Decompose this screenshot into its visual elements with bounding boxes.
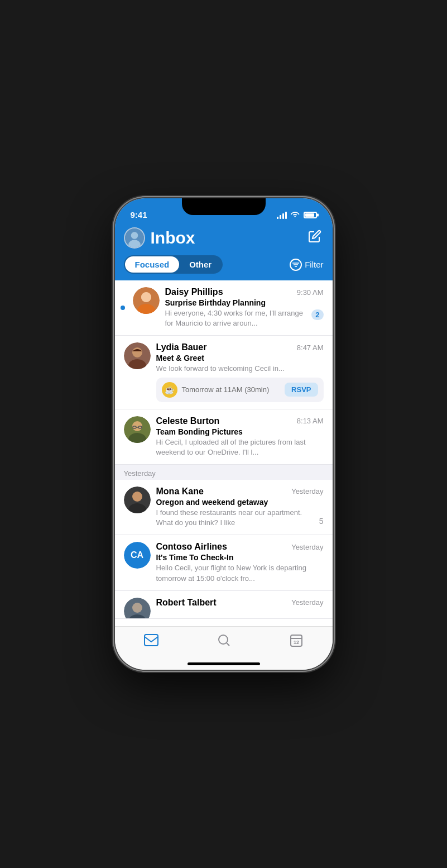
email-list: Daisy Phillips 9:30 AM Surprise Birthday… [115, 280, 333, 626]
email-item-contoso[interactable]: CA Contoso Airlines Yesterday It's Time … [115, 535, 333, 590]
status-time: 9:41 [131, 210, 147, 220]
app-header: Inbox Focused Other [115, 223, 333, 280]
sender-robert: Robert Talbert [156, 598, 217, 608]
bottom-tab-bar: 12 [115, 626, 333, 660]
sender-contoso: Contoso Airlines [156, 542, 227, 552]
sender-celeste: Celeste Burton [156, 416, 220, 426]
phone-screen: 9:41 [115, 198, 333, 670]
subject-daisy: Surprise Birthday Planning [165, 298, 324, 307]
battery-icon [304, 212, 317, 218]
email-content-celeste: Celeste Burton 8:13 AM Team Bonding Pict… [156, 416, 324, 457]
filter-icon [290, 259, 302, 271]
sender-lydia: Lydia Bauer [156, 342, 207, 352]
avatar-daisy [133, 287, 160, 314]
subject-celeste: Team Bonding Pictures [156, 427, 324, 436]
preview-lydia: We look forward to welcoming Cecil in... [156, 364, 324, 374]
time-celeste: 8:13 AM [297, 417, 324, 425]
focused-other-tabbar: Focused Other Filter [124, 255, 324, 274]
sender-mona: Mona Kane [156, 487, 204, 497]
preview-contoso: Hello Cecil, your flight to New York is … [156, 563, 324, 583]
svg-point-11 [132, 347, 142, 357]
home-bar [188, 662, 260, 665]
svg-line-27 [227, 643, 229, 646]
bottom-tab-calendar[interactable]: 12 [260, 631, 333, 649]
avatar-robert [124, 598, 151, 619]
email-item-robert[interactable]: Robert Talbert Yesterday [115, 591, 333, 619]
section-header-yesterday: Yesterday [115, 465, 333, 480]
rsvp-button[interactable]: RSVP [285, 383, 318, 397]
preview-daisy: Hi everyone, 4:30 works for me, I'll arr… [165, 308, 307, 328]
inbox-title: Inbox [151, 228, 195, 247]
time-robert: Yesterday [291, 598, 323, 607]
email-item-lydia[interactable]: Lydia Bauer 8:47 AM Meet & Greet We look… [115, 336, 333, 409]
user-avatar[interactable] [124, 227, 145, 249]
phone-frame: 9:41 [115, 198, 333, 670]
filter-button[interactable]: Filter [290, 259, 323, 271]
notch [182, 198, 266, 215]
bottom-tab-mail[interactable] [115, 631, 188, 649]
time-lydia: 8:47 AM [297, 344, 324, 352]
email-content-daisy: Daisy Phillips 9:30 AM Surprise Birthday… [165, 287, 324, 328]
svg-point-20 [132, 492, 142, 502]
bottom-tab-search[interactable] [188, 631, 260, 649]
avatar-lydia [124, 342, 151, 369]
email-item-celeste[interactable]: Celeste Burton 8:13 AM Team Bonding Pict… [115, 409, 333, 465]
svg-point-23 [132, 603, 142, 613]
unread-dot-daisy [121, 306, 125, 310]
svg-text:12: 12 [293, 640, 299, 645]
svg-point-1 [131, 232, 138, 239]
email-content-lydia: Lydia Bauer 8:47 AM Meet & Greet We look… [156, 342, 324, 402]
signal-bars-icon [277, 212, 287, 219]
time-contoso: Yesterday [291, 543, 323, 551]
header-left: Inbox [124, 227, 195, 249]
sender-daisy: Daisy Phillips [165, 287, 223, 297]
status-icons [277, 211, 317, 220]
tab-other[interactable]: Other [179, 256, 222, 273]
avatar-mona [124, 487, 151, 513]
email-item-mona[interactable]: Mona Kane Yesterday Oregon and weekend g… [115, 480, 333, 535]
avatar-ca-initials: CA [124, 542, 151, 569]
svg-rect-25 [145, 635, 158, 646]
home-indicator [115, 660, 333, 670]
filter-label: Filter [305, 260, 323, 269]
email-content-robert: Robert Talbert Yesterday [156, 598, 324, 612]
subject-contoso: It's Time To Check-In [156, 553, 324, 562]
tab-focused[interactable]: Focused [125, 256, 180, 273]
svg-point-2 [128, 240, 140, 249]
time-mona: Yesterday [291, 487, 323, 495]
badge-count-mona: 5 [319, 517, 324, 526]
wifi-icon [291, 211, 300, 220]
meeting-card-lydia: ☕ Tomorrow at 11AM (30min) RSVP [156, 378, 324, 402]
avatar-celeste [124, 416, 151, 443]
preview-mona: I found these restaurants near our apart… [156, 508, 315, 528]
preview-celeste: Hi Cecil, I uploaded all of the pictures… [156, 437, 324, 457]
time-daisy: 9:30 AM [297, 288, 324, 297]
badge-daisy: 2 [311, 309, 323, 320]
compose-button[interactable] [306, 227, 324, 249]
subject-lydia: Meet & Greet [156, 354, 324, 363]
coffee-icon: ☕ [162, 382, 177, 398]
svg-point-26 [219, 635, 228, 644]
email-content-contoso: Contoso Airlines Yesterday It's Time To … [156, 542, 324, 583]
meeting-time-lydia: Tomorrow at 11AM (30min) [182, 385, 270, 394]
avatar-contoso: CA [124, 542, 151, 569]
email-content-mona: Mona Kane Yesterday Oregon and weekend g… [156, 487, 324, 528]
email-item-daisy[interactable]: Daisy Phillips 9:30 AM Surprise Birthday… [115, 280, 333, 336]
svg-point-9 [141, 292, 151, 302]
subject-mona: Oregon and weekend getaway [156, 498, 324, 507]
tabs-container: Focused Other [124, 255, 223, 274]
